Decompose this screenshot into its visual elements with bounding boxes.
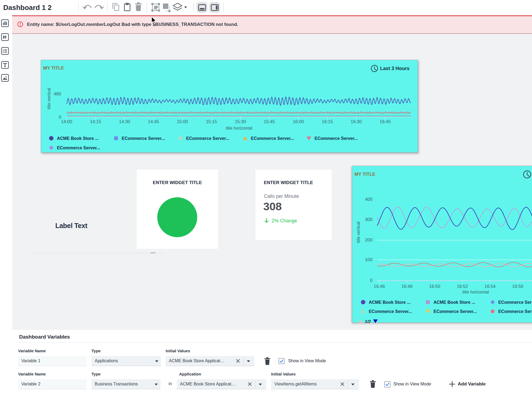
svg-text:title horizontal: title horizontal [226,126,253,130]
svg-text:ECommerce Server...: ECommerce Server... [251,136,294,141]
svg-text:16:45: 16:45 [380,119,391,124]
svg-text:ECommerce Ser: ECommerce Ser [498,309,532,314]
svg-text:16:15: 16:15 [322,119,333,124]
svg-text:200: 200 [365,237,373,243]
svg-text:14:30: 14:30 [119,119,130,124]
svg-text:ECommerce Server...: ECommerce Server... [315,136,358,141]
svg-text:ECommerce Server...: ECommerce Server... [369,309,412,314]
svg-text:title vertical: title vertical [356,222,361,243]
svg-text:ACME Book Store ...: ACME Book Store ... [57,136,99,141]
svg-text:16:46: 16:46 [374,284,385,289]
svg-text:ECommerce Server...: ECommerce Server... [122,136,165,141]
svg-text:0: 0 [370,278,373,283]
svg-text:300: 300 [365,217,373,222]
svg-text:14:00: 14:00 [61,119,72,124]
svg-text:16:48: 16:48 [401,284,412,289]
svg-text:ECommerce Ser: ECommerce Ser [498,300,532,305]
svg-text:16:30: 16:30 [351,119,362,124]
svg-text:16:52: 16:52 [457,284,468,289]
svg-text:100: 100 [365,257,373,262]
svg-text:ECommerce Server...: ECommerce Server... [434,309,477,314]
svg-text:title horizontal: title horizontal [462,290,489,294]
svg-text:14:45: 14:45 [148,119,159,124]
svg-text:16:00: 16:00 [293,119,304,124]
svg-text:16:56: 16:56 [512,284,523,289]
svg-text:ACME Book Store ...: ACME Book Store ... [369,300,411,305]
svg-text:ECommerce Server...: ECommerce Server... [186,136,229,141]
svg-text:16:54: 16:54 [485,284,496,289]
svg-text:16:50: 16:50 [429,284,440,289]
svg-text:1/2: 1/2 [365,319,371,323]
svg-text:ACME Book Store ...: ACME Book Store ... [434,300,475,305]
svg-text:400: 400 [365,197,373,202]
svg-text:15:00: 15:00 [177,119,188,124]
svg-text:14:15: 14:15 [90,119,101,124]
svg-text:15:30: 15:30 [235,119,246,124]
svg-text:ECommerce Server...: ECommerce Server... [57,146,100,150]
svg-text:15:15: 15:15 [206,119,217,124]
svg-text:title vertical: title vertical [47,88,51,109]
svg-text:480: 480 [54,91,61,96]
svg-text:15:45: 15:45 [264,119,275,124]
